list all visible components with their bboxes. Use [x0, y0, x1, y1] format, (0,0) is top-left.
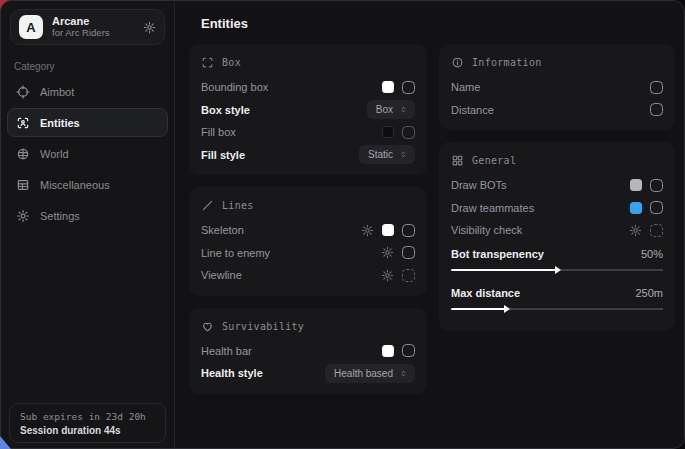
sidebar-item-settings[interactable]: Settings	[7, 201, 168, 230]
diagonal-line-icon	[201, 199, 214, 212]
sidebar-item-label: Settings	[40, 210, 80, 222]
slider-value: 50%	[641, 248, 663, 260]
sidebar-item-label: Aimbot	[40, 86, 74, 98]
viewline-row: Viewline	[201, 264, 415, 287]
section-title: Box	[222, 57, 241, 68]
box-style-select[interactable]: Box	[367, 100, 415, 119]
max-distance-group: Max distance 250m	[451, 283, 663, 314]
subscription-card: Sub expires in 23d 20h Session duration …	[9, 403, 166, 443]
gear-icon	[16, 209, 30, 223]
health-bar-row: Health bar	[201, 340, 415, 363]
row-label: Fill box	[201, 126, 236, 138]
arcane-window: A Arcane for Arc Riders Category Aimbot	[0, 0, 685, 449]
grid-icon	[451, 154, 464, 167]
color-swatch[interactable]	[382, 126, 394, 138]
survivability-card: Survivability Health bar Health style	[189, 308, 427, 394]
draw-teammates-row: Draw teammates	[451, 197, 663, 220]
skeleton-row: Skeleton	[201, 219, 415, 242]
line-to-enemy-checkbox[interactable]	[402, 246, 415, 259]
row-label: Name	[451, 81, 480, 93]
sidebar-nav: Aimbot Entities World	[1, 77, 174, 230]
box-style-row: Box style Box	[201, 99, 415, 122]
row-label: Viewline	[201, 269, 242, 281]
gear-icon[interactable]	[381, 269, 394, 282]
viewline-checkbox[interactable]	[402, 269, 415, 282]
box-card: Box Bounding box Box style	[189, 44, 427, 175]
fill-box-checkbox[interactable]	[402, 126, 415, 139]
visibility-check-checkbox[interactable]	[650, 224, 663, 237]
section-title: Survivability	[222, 321, 304, 332]
section-title: Information	[472, 57, 542, 68]
color-swatch[interactable]	[382, 224, 394, 236]
sidebar-item-entities[interactable]: Entities	[7, 108, 168, 137]
brand-card: A Arcane for Arc Riders	[10, 9, 165, 45]
session-duration-text: Session duration 44s	[20, 425, 155, 436]
max-distance-slider[interactable]	[451, 305, 663, 314]
sidebar-item-label: Miscellaneous	[40, 179, 110, 191]
gear-icon[interactable]	[629, 224, 642, 237]
bounding-box-checkbox[interactable]	[402, 81, 415, 94]
slider-thumb[interactable]	[555, 266, 561, 274]
distance-checkbox[interactable]	[650, 103, 663, 116]
draw-bots-row: Draw BOTs	[451, 174, 663, 197]
color-swatch[interactable]	[382, 81, 394, 93]
color-swatch[interactable]	[630, 179, 642, 191]
desktop: A Arcane for Arc Riders Category Aimbot	[0, 0, 685, 449]
health-bar-checkbox[interactable]	[402, 344, 415, 357]
name-checkbox[interactable]	[650, 81, 663, 94]
lines-card: Lines Skeleton	[189, 187, 427, 296]
fill-box-row: Fill box	[201, 121, 415, 144]
category-label: Category	[14, 61, 174, 72]
app-name: Arcane	[52, 15, 134, 28]
health-style-select[interactable]: Health based	[325, 364, 415, 383]
sidebar-item-label: World	[40, 148, 69, 160]
gear-icon[interactable]	[381, 246, 394, 259]
color-swatch[interactable]	[382, 345, 394, 357]
distance-row: Distance	[451, 99, 663, 122]
name-row: Name	[451, 76, 663, 99]
row-label: Line to enemy	[201, 247, 270, 259]
skeleton-checkbox[interactable]	[402, 224, 415, 237]
row-label: Bounding box	[201, 81, 268, 93]
row-label: Visibility check	[451, 224, 522, 236]
row-label: Health style	[201, 367, 263, 379]
row-label: Draw BOTs	[451, 179, 507, 191]
sidebar-item-world[interactable]: World	[7, 139, 168, 168]
information-card: Information Name Distance	[439, 44, 675, 130]
app-logo: A	[19, 15, 43, 39]
slider-value: 250m	[635, 287, 663, 299]
general-card: General Draw BOTs Draw teammates	[439, 142, 675, 331]
sidebar-item-aimbot[interactable]: Aimbot	[7, 77, 168, 106]
sidebar: A Arcane for Arc Riders Category Aimbot	[1, 1, 175, 448]
sidebar-item-miscellaneous[interactable]: Miscellaneous	[7, 170, 168, 199]
line-to-enemy-row: Line to enemy	[201, 242, 415, 265]
bounding-box-row: Bounding box	[201, 76, 415, 99]
entities-icon	[16, 116, 30, 130]
row-label: Box style	[201, 104, 250, 116]
chevron-up-down-icon	[399, 369, 408, 378]
app-tagline: for Arc Riders	[52, 28, 134, 39]
row-label: Skeleton	[201, 224, 244, 236]
draw-bots-checkbox[interactable]	[650, 179, 663, 192]
main-panel: Entities Box Bounding box	[175, 1, 685, 448]
mouse-cursor	[0, 436, 11, 449]
health-style-row: Health style Health based	[201, 362, 415, 385]
bot-transparency-slider[interactable]	[451, 266, 663, 275]
frame-corners-icon	[201, 56, 214, 69]
visibility-check-row: Visibility check	[451, 219, 663, 242]
draw-teammates-checkbox[interactable]	[650, 201, 663, 214]
gear-icon[interactable]	[143, 21, 156, 34]
heart-icon	[201, 320, 214, 333]
fill-style-select[interactable]: Static	[359, 145, 415, 164]
slider-thumb[interactable]	[504, 305, 510, 313]
sub-expires-text: Sub expires in 23d 20h	[20, 411, 155, 422]
row-label: Bot transpenency	[451, 248, 544, 260]
sidebar-item-label: Entities	[40, 117, 80, 129]
gear-icon[interactable]	[361, 224, 374, 237]
color-swatch[interactable]	[630, 202, 642, 214]
row-label: Distance	[451, 104, 494, 116]
chevron-up-down-icon	[399, 150, 408, 159]
globe-icon	[16, 147, 30, 161]
row-label: Fill style	[201, 149, 245, 161]
section-title: Lines	[222, 200, 254, 211]
